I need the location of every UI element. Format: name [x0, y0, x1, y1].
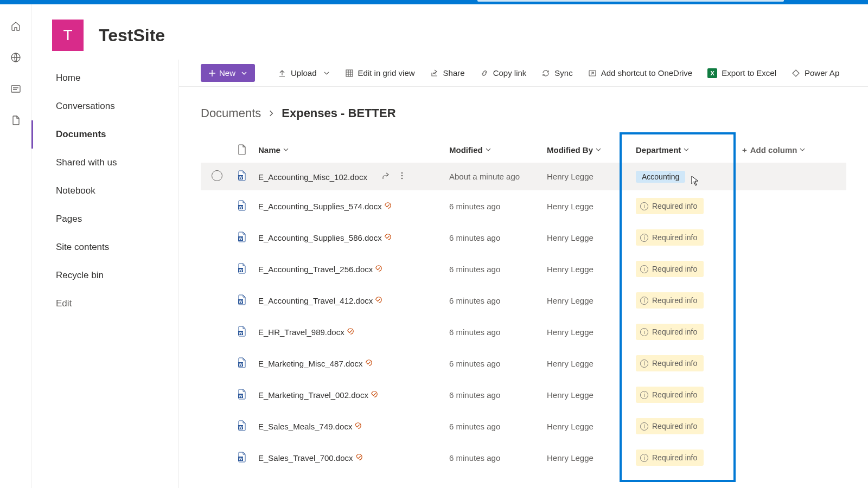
home-icon[interactable]: [10, 21, 21, 31]
table-row[interactable]: WE_Marketing_Misc_487.docx6 minutes agoH…: [201, 348, 846, 379]
breadcrumb-current: Expenses - BETTER: [282, 106, 395, 120]
column-modified[interactable]: Modified: [445, 137, 542, 163]
file-name[interactable]: E_Sales_Travel_700.docx: [258, 453, 353, 463]
site-title[interactable]: TestSite: [99, 25, 165, 46]
column-modified-by[interactable]: Modified By: [542, 137, 631, 163]
edit-grid-button[interactable]: Edit in grid view: [340, 65, 420, 81]
sync-icon: [541, 69, 550, 78]
chevron-down-icon: [485, 146, 492, 153]
required-info-badge[interactable]: iRequired info: [636, 198, 704, 214]
nav-item-recycle-bin[interactable]: Recycle bin: [31, 261, 178, 290]
file-name[interactable]: E_Accounting_Supplies_586.docx: [258, 233, 382, 242]
info-icon: i: [640, 202, 648, 210]
export-excel-button[interactable]: XExport to Excel: [702, 65, 782, 81]
power-apps-button[interactable]: Power Ap: [786, 65, 845, 81]
files-icon[interactable]: [10, 115, 21, 126]
required-info-badge[interactable]: iRequired info: [636, 261, 704, 277]
globe-icon[interactable]: [10, 52, 21, 63]
nav-item-site-contents[interactable]: Site contents: [31, 233, 178, 261]
excel-icon: X: [707, 68, 717, 78]
table-row[interactable]: WE_Accounting_Travel_412.docx6 minutes a…: [201, 285, 846, 316]
upload-button[interactable]: Upload: [272, 65, 335, 81]
svg-text:W: W: [239, 394, 242, 397]
site-logo[interactable]: T: [52, 20, 84, 51]
department-cell[interactable]: iRequired info: [631, 379, 738, 410]
modified-by-cell[interactable]: Henry Legge: [542, 253, 631, 285]
modified-by-cell[interactable]: Henry Legge: [542, 410, 631, 442]
file-name[interactable]: E_Accounting_Travel_412.docx: [258, 296, 373, 305]
file-name[interactable]: E_HR_Travel_989.docx: [258, 328, 344, 337]
department-cell[interactable]: Accounting: [631, 163, 738, 190]
file-name[interactable]: E_Marketing_Misc_487.docx: [258, 359, 363, 368]
file-name[interactable]: E_Accounting_Supplies_574.docx: [258, 202, 382, 211]
required-info-badge[interactable]: iRequired info: [636, 387, 704, 403]
more-actions-icon[interactable]: [398, 171, 406, 180]
nav-item-home[interactable]: Home: [31, 64, 178, 92]
nav-item-pages[interactable]: Pages: [31, 205, 178, 233]
share-button[interactable]: Share: [425, 65, 470, 81]
modified-by-cell[interactable]: Henry Legge: [542, 379, 631, 410]
breadcrumb-root[interactable]: Documents: [201, 106, 261, 120]
suite-search-placeholder[interactable]: [477, 0, 784, 2]
department-cell[interactable]: iRequired info: [631, 410, 738, 442]
department-cell[interactable]: iRequired info: [631, 285, 738, 316]
modified-by-cell[interactable]: Henry Legge: [542, 316, 631, 348]
modified-cell: 6 minutes ago: [445, 285, 542, 316]
department-cell[interactable]: iRequired info: [631, 222, 738, 253]
table-row[interactable]: WE_Accounting_Supplies_574.docx6 minutes…: [201, 190, 846, 222]
file-icon: [238, 144, 250, 155]
modified-cell: 6 minutes ago: [445, 348, 542, 379]
department-tag[interactable]: Accounting: [636, 171, 685, 183]
svg-text:W: W: [239, 205, 242, 209]
select-row-checkbox[interactable]: [212, 170, 222, 181]
table-row[interactable]: WE_Sales_Meals_749.docx6 minutes agoHenr…: [201, 410, 846, 442]
required-info-badge[interactable]: iRequired info: [636, 292, 704, 309]
table-row[interactable]: WE_Accounting_Supplies_586.docx6 minutes…: [201, 222, 846, 253]
new-button[interactable]: New: [201, 64, 255, 82]
required-info-badge[interactable]: iRequired info: [636, 324, 704, 340]
file-name[interactable]: E_Accounting_Misc_102.docx: [258, 172, 367, 182]
department-cell[interactable]: iRequired info: [631, 190, 738, 222]
nav-item-notebook[interactable]: Notebook: [31, 177, 178, 205]
required-info-badge[interactable]: iRequired info: [636, 355, 704, 371]
table-row[interactable]: WE_Accounting_Misc_102.docxAbout a minut…: [201, 163, 846, 190]
required-info-badge[interactable]: iRequired info: [636, 418, 704, 434]
table-row[interactable]: WE_HR_Travel_989.docx6 minutes agoHenry …: [201, 316, 846, 348]
table-row[interactable]: WE_Marketing_Travel_002.docx6 minutes ag…: [201, 379, 846, 410]
share-icon[interactable]: [381, 171, 390, 180]
file-name[interactable]: E_Sales_Meals_749.docx: [258, 422, 352, 431]
modified-by-cell[interactable]: Henry Legge: [542, 285, 631, 316]
news-icon[interactable]: [10, 84, 21, 94]
required-info-badge[interactable]: iRequired info: [636, 229, 704, 246]
modified-by-cell[interactable]: Henry Legge: [542, 163, 631, 190]
add-shortcut-button[interactable]: Add shortcut to OneDrive: [583, 65, 698, 81]
select-all-header[interactable]: [201, 137, 233, 163]
column-department[interactable]: Department: [631, 137, 738, 163]
nav-item-shared-with-us[interactable]: Shared with us: [31, 149, 178, 177]
nav-item-documents[interactable]: Documents: [31, 120, 178, 149]
modified-by-cell[interactable]: Henry Legge: [542, 222, 631, 253]
table-row[interactable]: WE_Sales_Travel_700.docx6 minutes agoHen…: [201, 442, 846, 473]
column-name[interactable]: Name: [254, 137, 445, 163]
nav-edit-link[interactable]: Edit: [31, 290, 178, 318]
modified-by-cell[interactable]: Henry Legge: [542, 442, 631, 473]
checked-out-icon: [371, 390, 378, 398]
department-cell[interactable]: iRequired info: [631, 253, 738, 285]
file-name[interactable]: E_Marketing_Travel_002.docx: [258, 390, 368, 400]
nav-item-conversations[interactable]: Conversations: [31, 92, 178, 120]
department-cell[interactable]: iRequired info: [631, 348, 738, 379]
file-name[interactable]: E_Accounting_Travel_256.docx: [258, 265, 373, 274]
app-bar: [0, 4, 31, 488]
department-cell[interactable]: iRequired info: [631, 316, 738, 348]
department-cell[interactable]: iRequired info: [631, 442, 738, 473]
modified-by-cell[interactable]: Henry Legge: [542, 190, 631, 222]
add-column-button[interactable]: +Add column: [738, 137, 846, 163]
required-info-badge[interactable]: iRequired info: [636, 450, 704, 466]
info-icon: i: [640, 454, 648, 462]
sync-button[interactable]: Sync: [536, 65, 578, 81]
upload-icon: [278, 69, 286, 78]
table-row[interactable]: WE_Accounting_Travel_256.docx6 minutes a…: [201, 253, 846, 285]
modified-by-cell[interactable]: Henry Legge: [542, 348, 631, 379]
copy-link-button[interactable]: Copy link: [475, 65, 532, 81]
filetype-header[interactable]: [233, 137, 254, 163]
